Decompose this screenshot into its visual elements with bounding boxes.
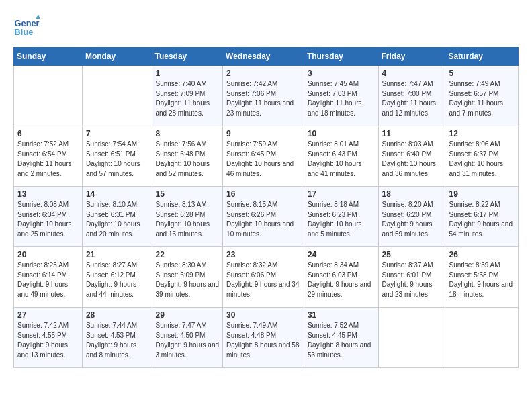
day-number: 6: [17, 129, 79, 138]
calendar-week-row: 27Sunrise: 7:42 AM Sunset: 4:55 PM Dayli…: [14, 308, 519, 368]
day-detail: Sunrise: 8:25 AM Sunset: 6:14 PM Dayligh…: [17, 261, 79, 300]
calendar-cell: 28Sunrise: 7:44 AM Sunset: 4:53 PM Dayli…: [82, 308, 152, 368]
day-detail: Sunrise: 8:27 AM Sunset: 6:12 PM Dayligh…: [86, 261, 148, 300]
day-number: 28: [86, 310, 148, 320]
calendar-cell: 15Sunrise: 8:13 AM Sunset: 6:28 PM Dayli…: [152, 187, 223, 247]
calendar-cell: 26Sunrise: 8:39 AM Sunset: 5:58 PM Dayli…: [445, 247, 519, 308]
day-detail: Sunrise: 8:37 AM Sunset: 6:01 PM Dayligh…: [382, 261, 442, 300]
svg-marker-2: [36, 15, 40, 19]
day-detail: Sunrise: 7:54 AM Sunset: 6:51 PM Dayligh…: [86, 140, 148, 179]
svg-text:Blue: Blue: [15, 27, 34, 37]
logo-icon: General Blue: [13, 13, 40, 40]
calendar-cell: 18Sunrise: 8:20 AM Sunset: 6:20 PM Dayli…: [378, 187, 445, 247]
calendar-cell: 2Sunrise: 7:42 AM Sunset: 7:06 PM Daylig…: [223, 66, 304, 126]
calendar-cell: 29Sunrise: 7:47 AM Sunset: 4:50 PM Dayli…: [152, 308, 223, 368]
calendar-week-row: 13Sunrise: 8:08 AM Sunset: 6:34 PM Dayli…: [14, 187, 519, 247]
day-number: 27: [17, 310, 79, 320]
calendar-cell: [82, 66, 152, 126]
day-detail: Sunrise: 8:06 AM Sunset: 6:37 PM Dayligh…: [449, 140, 515, 179]
calendar-table: SundayMondayTuesdayWednesdayThursdayFrid…: [13, 47, 519, 368]
calendar-cell: [445, 308, 519, 368]
calendar-cell: 7Sunrise: 7:54 AM Sunset: 6:51 PM Daylig…: [82, 126, 152, 187]
calendar-cell: 20Sunrise: 8:25 AM Sunset: 6:14 PM Dayli…: [14, 247, 83, 308]
calendar-cell: 31Sunrise: 7:52 AM Sunset: 4:45 PM Dayli…: [304, 308, 378, 368]
day-detail: Sunrise: 8:39 AM Sunset: 5:58 PM Dayligh…: [449, 261, 515, 300]
calendar-cell: 25Sunrise: 8:37 AM Sunset: 6:01 PM Dayli…: [378, 247, 445, 308]
day-detail: Sunrise: 8:34 AM Sunset: 6:03 PM Dayligh…: [308, 261, 375, 300]
day-number: 8: [156, 129, 220, 138]
day-detail: Sunrise: 8:15 AM Sunset: 6:26 PM Dayligh…: [226, 200, 300, 239]
calendar-cell: 13Sunrise: 8:08 AM Sunset: 6:34 PM Dayli…: [14, 187, 83, 247]
calendar-cell: 6Sunrise: 7:52 AM Sunset: 6:54 PM Daylig…: [14, 126, 83, 187]
day-number: 11: [382, 129, 442, 138]
calendar-cell: 5Sunrise: 7:49 AM Sunset: 6:57 PM Daylig…: [445, 66, 519, 126]
day-detail: Sunrise: 7:47 AM Sunset: 4:50 PM Dayligh…: [156, 321, 220, 360]
weekday-header: Saturday: [445, 48, 519, 66]
calendar-cell: [14, 66, 83, 126]
day-detail: Sunrise: 7:47 AM Sunset: 7:00 PM Dayligh…: [382, 79, 442, 118]
calendar-cell: 22Sunrise: 8:30 AM Sunset: 6:09 PM Dayli…: [152, 247, 223, 308]
day-detail: Sunrise: 7:45 AM Sunset: 7:03 PM Dayligh…: [308, 79, 375, 118]
calendar-cell: 21Sunrise: 8:27 AM Sunset: 6:12 PM Dayli…: [82, 247, 152, 308]
day-detail: Sunrise: 7:40 AM Sunset: 7:09 PM Dayligh…: [156, 79, 220, 118]
calendar-cell: 17Sunrise: 8:18 AM Sunset: 6:23 PM Dayli…: [304, 187, 378, 247]
day-number: 9: [226, 129, 300, 138]
day-detail: Sunrise: 7:44 AM Sunset: 4:53 PM Dayligh…: [86, 321, 148, 360]
day-detail: Sunrise: 8:20 AM Sunset: 6:20 PM Dayligh…: [382, 200, 442, 239]
calendar-cell: 9Sunrise: 7:59 AM Sunset: 6:45 PM Daylig…: [223, 126, 304, 187]
day-number: 16: [226, 189, 300, 199]
calendar-cell: 14Sunrise: 8:10 AM Sunset: 6:31 PM Dayli…: [82, 187, 152, 247]
day-detail: Sunrise: 8:13 AM Sunset: 6:28 PM Dayligh…: [156, 200, 220, 239]
day-number: 17: [308, 189, 375, 199]
day-number: 30: [226, 310, 300, 320]
calendar-cell: 4Sunrise: 7:47 AM Sunset: 7:00 PM Daylig…: [378, 66, 445, 126]
day-detail: Sunrise: 7:56 AM Sunset: 6:48 PM Dayligh…: [156, 140, 220, 179]
calendar-week-row: 6Sunrise: 7:52 AM Sunset: 6:54 PM Daylig…: [14, 126, 519, 187]
day-number: 1: [156, 68, 220, 78]
day-number: 12: [449, 129, 515, 138]
day-number: 19: [449, 189, 515, 199]
day-detail: Sunrise: 7:42 AM Sunset: 7:06 PM Dayligh…: [226, 79, 300, 118]
day-detail: Sunrise: 7:52 AM Sunset: 6:54 PM Dayligh…: [17, 140, 79, 179]
weekday-header: Friday: [378, 48, 445, 66]
day-number: 14: [86, 189, 148, 199]
calendar-header-row: SundayMondayTuesdayWednesdayThursdayFrid…: [14, 48, 519, 66]
day-detail: Sunrise: 8:01 AM Sunset: 6:43 PM Dayligh…: [308, 140, 375, 179]
calendar-cell: 8Sunrise: 7:56 AM Sunset: 6:48 PM Daylig…: [152, 126, 223, 187]
day-number: 13: [17, 189, 79, 199]
day-detail: Sunrise: 8:32 AM Sunset: 6:06 PM Dayligh…: [226, 261, 300, 300]
calendar-cell: 30Sunrise: 7:49 AM Sunset: 4:48 PM Dayli…: [223, 308, 304, 368]
day-number: 20: [17, 250, 79, 259]
calendar-week-row: 1Sunrise: 7:40 AM Sunset: 7:09 PM Daylig…: [14, 66, 519, 126]
day-number: 18: [382, 189, 442, 199]
day-number: 4: [382, 68, 442, 78]
weekday-header: Tuesday: [152, 48, 223, 66]
day-number: 29: [156, 310, 220, 320]
page-header: General Blue: [13, 13, 519, 40]
calendar-cell: 1Sunrise: 7:40 AM Sunset: 7:09 PM Daylig…: [152, 66, 223, 126]
day-number: 24: [308, 250, 375, 259]
day-detail: Sunrise: 8:30 AM Sunset: 6:09 PM Dayligh…: [156, 261, 220, 300]
day-number: 25: [382, 250, 442, 259]
day-number: 3: [308, 68, 375, 78]
day-number: 31: [308, 310, 375, 320]
weekday-header: Sunday: [14, 48, 83, 66]
day-number: 21: [86, 250, 148, 259]
day-detail: Sunrise: 8:08 AM Sunset: 6:34 PM Dayligh…: [17, 200, 79, 239]
calendar-cell: 3Sunrise: 7:45 AM Sunset: 7:03 PM Daylig…: [304, 66, 378, 126]
calendar-body: 1Sunrise: 7:40 AM Sunset: 7:09 PM Daylig…: [14, 66, 519, 368]
calendar-cell: 19Sunrise: 8:22 AM Sunset: 6:17 PM Dayli…: [445, 187, 519, 247]
day-number: 23: [226, 250, 300, 259]
calendar-cell: 11Sunrise: 8:03 AM Sunset: 6:40 PM Dayli…: [378, 126, 445, 187]
day-detail: Sunrise: 7:42 AM Sunset: 4:55 PM Dayligh…: [17, 321, 79, 360]
calendar-cell: 16Sunrise: 8:15 AM Sunset: 6:26 PM Dayli…: [223, 187, 304, 247]
calendar-cell: 24Sunrise: 8:34 AM Sunset: 6:03 PM Dayli…: [304, 247, 378, 308]
day-number: 7: [86, 129, 148, 138]
calendar-cell: 12Sunrise: 8:06 AM Sunset: 6:37 PM Dayli…: [445, 126, 519, 187]
weekday-header: Wednesday: [223, 48, 304, 66]
day-detail: Sunrise: 7:49 AM Sunset: 4:48 PM Dayligh…: [226, 321, 300, 360]
day-detail: Sunrise: 7:49 AM Sunset: 6:57 PM Dayligh…: [449, 79, 515, 118]
calendar-cell: 23Sunrise: 8:32 AM Sunset: 6:06 PM Dayli…: [223, 247, 304, 308]
calendar-cell: 10Sunrise: 8:01 AM Sunset: 6:43 PM Dayli…: [304, 126, 378, 187]
day-detail: Sunrise: 8:22 AM Sunset: 6:17 PM Dayligh…: [449, 200, 515, 239]
